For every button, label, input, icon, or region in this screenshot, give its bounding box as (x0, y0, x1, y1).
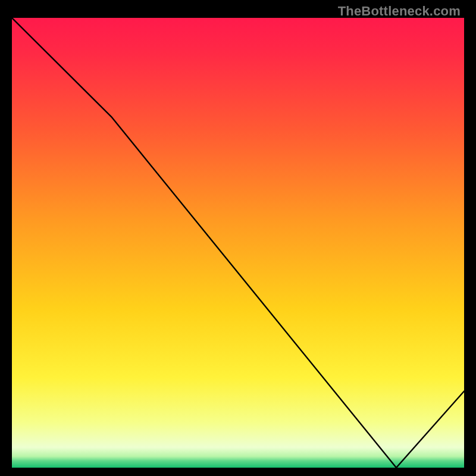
chart-svg (12, 18, 464, 468)
chart-area (12, 18, 464, 468)
watermark-text: TheBottleneck.com (338, 4, 461, 19)
